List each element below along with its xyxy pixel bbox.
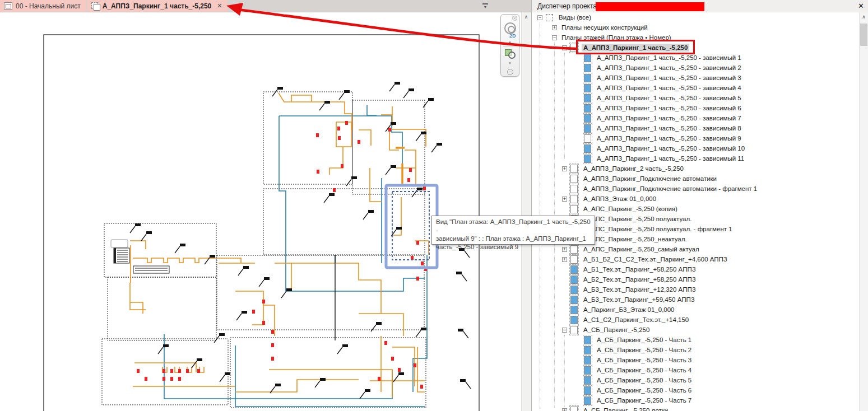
expander-icon[interactable]: −: [552, 35, 557, 40]
plan-view-icon: [584, 144, 591, 153]
tree-item[interactable]: +А_Б1_Б2_С1_С2_Тех.эт._Паркинг_+4,600 АП…: [532, 254, 859, 264]
tab-start-sheet[interactable]: 00 - Начальный лист: [0, 0, 86, 12]
navbar-close-icon[interactable]: ✕: [512, 16, 517, 21]
tree-item-label: А_АППЗ_Паркинг_Подключение автоматики: [582, 175, 718, 183]
tree-item[interactable]: А_Б2_Тех.эт._Паркинг_+58,250 АППЗ: [532, 274, 859, 284]
tree-item[interactable]: А_СБ_Паркинг_-5,250 - Часть 5: [532, 375, 859, 385]
plan-view-icon: [584, 104, 591, 113]
chevron-down-icon: ▼: [481, 5, 490, 9]
tree-item[interactable]: +Планы несущих конструкций: [532, 22, 859, 32]
tree-item[interactable]: А_АППЗ_Паркинг_1 часть_-5,250 - зависимы…: [532, 93, 859, 103]
tree-item-label: А_СБ_Паркинг_-5,250 - Часть 3: [595, 356, 693, 364]
tree-item[interactable]: А_АППЗ_Паркинг_1 часть_-5,250 - зависимы…: [532, 63, 859, 73]
scroll-up-arrow[interactable]: ∧: [860, 12, 868, 21]
plan-view-icon: [570, 407, 578, 411]
tree-item[interactable]: А_СБ_Паркинг_-5,250 - Часть 2: [532, 345, 859, 355]
tree-item[interactable]: А_АППЗ_Паркинг_1 часть_-5,250 - зависимы…: [532, 143, 859, 153]
steering-wheel-icon[interactable]: [504, 22, 516, 34]
tree-item-label: А_Б1_Тех.эт._Паркинг_+58,250 АППЗ: [582, 265, 698, 273]
plan-view-icon: [584, 396, 591, 405]
tooltip-line: зависимый 9" : : План этажа : А_АППЗ_Пар…: [436, 235, 591, 243]
drawing-scrollbar[interactable]: ∧: [521, 12, 531, 411]
tree-item-label: А_АПС_Паркинг_-5,250 (копия): [582, 205, 679, 213]
plan-lines-teal: [164, 105, 427, 407]
tree-item[interactable]: А_АППЗ_Паркинг_1 часть_-5,250 - зависимы…: [532, 123, 859, 133]
tree-item[interactable]: А_СБ_Паркинг_-5,250 - Часть 3: [532, 355, 859, 365]
tree-item[interactable]: −А_СБ_Паркинг_-5,250: [532, 325, 859, 335]
tree-item[interactable]: А_АППЗ_Паркинг_1 часть_-5,250 - зависимы…: [532, 73, 859, 83]
tree-item[interactable]: −А_АППЗ_Паркинг_1 часть_-5,250: [532, 43, 859, 53]
tree-item-label: А_С1_С2_Паркинг_Тех.эт._+14,150: [582, 316, 690, 324]
annotation-leaders: [130, 85, 471, 399]
plan-view-icon: [584, 336, 591, 344]
tree-item[interactable]: А_АППЗ_Паркинг_1 часть_-5,250 - зависимы…: [532, 153, 859, 164]
floor-plan-drawing: [0, 12, 521, 411]
navbar-collapse-icon[interactable]: –: [507, 69, 513, 75]
tree-item[interactable]: А_С1_С2_Паркинг_Тех.эт._+14,150: [532, 315, 859, 325]
panel-close-icon[interactable]: ✕: [858, 2, 864, 11]
tree-item[interactable]: А_Б3_Тех.эт_Паркинг_+59,450 АППЗ: [532, 295, 859, 305]
view-tooltip: Вид "План этажа: А_АППЗ_Паркинг_1 часть_…: [431, 216, 595, 245]
revit-window: 00 - Начальный лист А_АППЗ_Паркинг_1 час…: [0, 0, 868, 411]
tree-item-label: А_АПС_Паркинг_-5,250_неактуал.: [582, 235, 689, 243]
tab-close-icon[interactable]: ✕: [217, 2, 222, 10]
tree-item[interactable]: −Планы этажей (План этажа • Номер): [532, 32, 859, 43]
tree-item[interactable]: А_Паркинг_Б3_Этаж 01_0,000: [532, 305, 859, 315]
scroll-up-arrow[interactable]: ∧: [522, 12, 531, 22]
navbar-divider: [503, 46, 517, 46]
tree-item-label: А_СБ_Паркинг_-5,250 - Часть 7: [595, 396, 693, 404]
panel-scrollbar[interactable]: ∧: [859, 12, 868, 411]
tab-active-plan-view[interactable]: А_АППЗ_Паркинг_1 часть_-5,250 ✕: [87, 0, 228, 12]
project-browser-title: Диспетчер проекта -: [537, 2, 601, 10]
drawing-area[interactable]: [0, 12, 521, 411]
plan-view-icon: [584, 346, 591, 354]
tree-item[interactable]: А_СБ_Паркинг_-5,250 - Часть 1: [532, 335, 859, 345]
tree-item[interactable]: +А_АППЗ_Паркинг_2 часть_-5,250: [532, 164, 859, 174]
tree-item-label: А_АПС_Паркинг_-5,250 полуактуал.: [582, 215, 693, 223]
tree-item[interactable]: А_СБ_Паркинг_-5,250 - Часть 6: [532, 385, 859, 395]
views-root-icon: [546, 14, 553, 21]
scrollbar-thumb[interactable]: [860, 24, 867, 46]
tree-item[interactable]: +А_СБ_Паркинг_-5,250 лотки: [532, 405, 859, 411]
selected-crop-region[interactable]: [386, 185, 437, 268]
tree-item[interactable]: А_АППЗ_Паркинг_1 часть_-5,250 - зависимы…: [532, 83, 859, 93]
tree-item-label: А_АППЗ_Паркинг_1 часть_-5,250 - зависимы…: [595, 94, 743, 102]
expander-icon[interactable]: +: [562, 197, 567, 202]
tree-item[interactable]: А_АППЗ_Паркинг_1 часть_-5,250 - зависимы…: [532, 53, 859, 63]
plan-view-icon: [584, 54, 591, 62]
zoom-region-icon[interactable]: [505, 49, 512, 56]
tree-item-label: А_АППЗ_Паркинг_1 часть_-5,250 - зависимы…: [595, 54, 743, 62]
tree-item-label: А_АППЗ_Паркинг_Подключение автоматики - …: [582, 185, 759, 193]
plan-view-icon: [584, 356, 591, 365]
plan-view-icon: [570, 165, 578, 173]
zoom-dropdown-icon[interactable]: ▼: [501, 62, 519, 65]
tree-item[interactable]: А_Б1_Тех.эт._Паркинг_+58,250 АППЗ: [532, 264, 859, 274]
plan-view-icon: [584, 386, 591, 395]
tree-item[interactable]: А_Б3_Тех.эт._Паркинг_+12,320 АППЗ: [532, 284, 859, 295]
expander-icon[interactable]: −: [537, 15, 542, 20]
wheel-dropdown-icon[interactable]: ▼: [501, 41, 519, 44]
tree-item[interactable]: А_СБ_Паркинг_-5,250 - Часть 4: [532, 365, 859, 375]
tab-list-dropdown-icon[interactable]: ▼: [481, 2, 490, 11]
project-browser-header[interactable]: Диспетчер проекта - ✕: [532, 0, 868, 12]
expander-icon[interactable]: −: [562, 45, 567, 50]
tree-item[interactable]: А_АППЗ_Паркинг_1 часть_-5,250 - зависимы…: [532, 133, 859, 143]
tree-item[interactable]: А_АППЗ_Паркинг_1 часть_-5,250 - зависимы…: [532, 103, 859, 113]
tree-item-label: А_АППЗ_Паркинг_1 часть_-5,250 - зависимы…: [595, 74, 743, 82]
tree-item[interactable]: А_АППЗ_Паркинг_1 часть_-5,250 - зависимы…: [532, 113, 859, 123]
redaction-box: [596, 2, 704, 11]
tree-item-label: А_АППЗ_Паркинг_1 часть_-5,250 - зависимы…: [595, 124, 743, 132]
plan-view-icon: [570, 316, 578, 324]
tree-item[interactable]: А_АППЗ_Паркинг_Подключение автоматики: [532, 174, 859, 184]
tree-item[interactable]: −Виды (все): [532, 12, 859, 22]
expander-icon[interactable]: +: [562, 408, 567, 411]
tree-item[interactable]: А_АПС_Паркинг_-5,250 (копия): [532, 204, 859, 214]
expander-icon[interactable]: +: [562, 257, 567, 262]
tree-item[interactable]: А_СБ_Паркинг_-5,250 - Часть 7: [532, 395, 859, 405]
expander-icon[interactable]: +: [552, 25, 557, 30]
tree-item[interactable]: А_АППЗ_Паркинг_Подключение автоматики - …: [532, 184, 859, 194]
tree-item-label: А_АППЗ_Этаж 01_0,000: [582, 195, 658, 203]
tree-item[interactable]: +А_АППЗ_Этаж 01_0,000: [532, 194, 859, 204]
expander-icon[interactable]: +: [562, 166, 567, 171]
expander-icon[interactable]: −: [562, 328, 567, 333]
